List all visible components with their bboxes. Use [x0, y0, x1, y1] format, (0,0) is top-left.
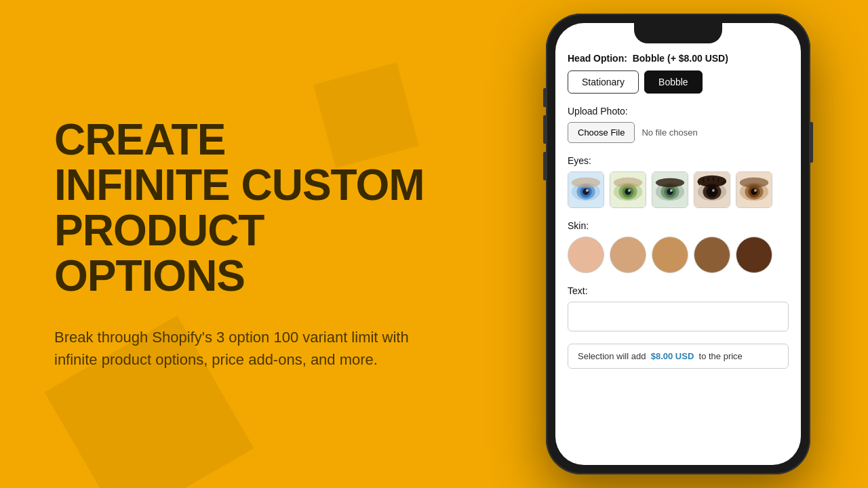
left-panel: CREATE INFINITE CUSTOM PRODUCT OPTIONS B… — [0, 0, 509, 488]
svg-point-27 — [698, 176, 726, 187]
upload-photo-label: Upload Photo: — [568, 106, 789, 117]
upload-row: Choose File No file chosen — [568, 122, 789, 143]
price-notice: Selection will add $8.00 USD to the pric… — [568, 344, 789, 369]
svg-point-18 — [667, 188, 673, 195]
svg-line-30 — [708, 178, 709, 182]
svg-point-26 — [712, 189, 715, 192]
skin-swatch-2[interactable] — [610, 237, 646, 273]
side-button-power — [810, 122, 813, 163]
text-input[interactable] — [568, 302, 789, 331]
bobble-button[interactable]: Bobble — [644, 70, 703, 94]
head-option-toggle-group: Stationary Bobble — [568, 70, 789, 94]
side-button-vol-down — [543, 152, 546, 180]
phone-mockup: Head Option: Bobble (+ $8.00 USD) Statio… — [546, 14, 810, 474]
no-file-text: No file chosen — [642, 127, 697, 138]
side-button-vol-up — [543, 115, 546, 144]
text-label: Text: — [568, 285, 789, 296]
svg-point-39 — [754, 189, 757, 192]
skin-swatch-5[interactable] — [736, 237, 772, 273]
svg-point-4 — [583, 188, 589, 195]
stationary-button[interactable]: Stationary — [568, 70, 639, 94]
svg-point-12 — [628, 189, 631, 192]
side-button-mute — [543, 88, 546, 107]
right-panel: Head Option: Bobble (+ $8.00 USD) Statio… — [509, 0, 868, 488]
headline: CREATE INFINITE CUSTOM PRODUCT OPTIONS — [54, 117, 454, 300]
eye-swatch-dark[interactable] — [694, 171, 730, 208]
choose-file-button[interactable]: Choose File — [568, 122, 635, 143]
phone-notch — [634, 23, 722, 43]
svg-line-32 — [718, 178, 719, 182]
eye-swatch-blue[interactable] — [568, 171, 604, 208]
svg-point-5 — [586, 189, 589, 192]
svg-point-13 — [614, 178, 642, 188]
skin-swatch-1[interactable] — [568, 237, 604, 273]
phone-screen: Head Option: Bobble (+ $8.00 USD) Statio… — [555, 23, 801, 465]
price-highlight: $8.00 USD — [651, 351, 694, 361]
svg-point-19 — [670, 189, 673, 192]
svg-point-6 — [572, 178, 600, 188]
eyes-label: Eyes: — [568, 155, 789, 166]
svg-point-25 — [709, 188, 715, 195]
eye-swatch-green[interactable] — [610, 171, 646, 208]
eye-swatch-gray-green[interactable] — [652, 171, 688, 208]
skin-label: Skin: — [568, 220, 789, 231]
eyes-row — [568, 171, 789, 208]
svg-point-20 — [656, 178, 684, 187]
phone-content: Head Option: Bobble (+ $8.00 USD) Statio… — [555, 23, 801, 465]
svg-point-11 — [625, 188, 631, 195]
svg-point-40 — [740, 178, 768, 188]
skin-swatch-4[interactable] — [694, 237, 730, 273]
skin-row — [568, 237, 789, 273]
head-option-label: Head Option: Bobble (+ $8.00 USD) — [568, 53, 789, 64]
skin-swatch-3[interactable] — [652, 237, 688, 273]
eye-swatch-brown[interactable] — [736, 171, 772, 208]
subtext: Break through Shopify's 3 option 100 var… — [54, 326, 434, 371]
svg-point-38 — [751, 188, 757, 195]
